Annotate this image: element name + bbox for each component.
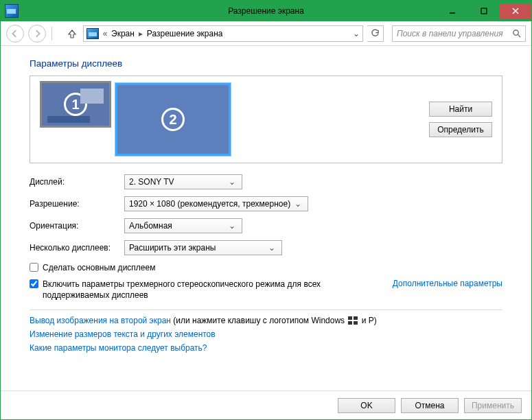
project-suffix-a: (или нажмите клавишу с логотипом Windows — [171, 316, 347, 325]
toolbar: « Экран ▸ Разрешение экрана ⌄ Поиск в па… — [1, 21, 531, 46]
search-input[interactable]: Поиск в панели управления — [392, 25, 526, 42]
apply-button[interactable]: Применить — [464, 398, 522, 413]
monitor-2-number: 2 — [161, 108, 185, 131]
window-title: Разрешение экрана — [1, 6, 531, 16]
make-main-label: Сделать основным дисплеем — [43, 262, 155, 273]
titlebar: Разрешение экрана — [1, 1, 531, 21]
svg-line-5 — [518, 34, 520, 37]
multiple-displays-value: Расширить эти экраны — [129, 243, 216, 253]
orientation-label: Ориентация: — [30, 221, 124, 231]
svg-point-4 — [513, 30, 518, 35]
multiple-displays-label: Несколько дисплеев: — [30, 243, 124, 253]
display-label: Дисплей: — [30, 177, 124, 187]
project-suffix-b: и P) — [359, 316, 376, 325]
stereo-checkbox[interactable] — [30, 279, 38, 288]
identify-button[interactable]: Определить — [429, 122, 492, 137]
orientation-value: Альбомная — [129, 221, 172, 231]
orientation-dropdown[interactable]: Альбомная ⌄ — [124, 218, 242, 233]
multiple-displays-dropdown[interactable]: Расширить эти экраны ⌄ — [124, 240, 282, 255]
up-button[interactable] — [65, 29, 79, 38]
display-icon — [86, 28, 99, 39]
monitor-base — [47, 116, 90, 123]
resolution-value: 1920 × 1080 (рекомендуется, трехмерное) — [129, 199, 290, 209]
separator — [30, 310, 502, 310]
breadcrumb-prefix: « — [102, 29, 108, 38]
text-size-link[interactable]: Изменение размеров текста и других элеме… — [30, 329, 216, 339]
breadcrumb-seg1[interactable]: Экран — [111, 29, 135, 38]
page-title: Параметры дисплеев — [30, 58, 502, 69]
forward-button[interactable] — [28, 25, 46, 43]
stereo-label: Включить параметры трехмерного стереоско… — [43, 279, 331, 301]
windows-logo-icon — [348, 316, 358, 325]
search-icon — [512, 29, 521, 38]
cancel-button[interactable]: Отмена — [401, 398, 459, 413]
breadcrumb[interactable]: « Экран ▸ Разрешение экрана ⌄ — [83, 25, 363, 42]
chevron-down-icon: ⌄ — [227, 177, 238, 187]
resolution-dropdown[interactable]: 1920 × 1080 (рекомендуется, трехмерное) … — [124, 196, 308, 211]
chevron-down-icon[interactable]: ⌄ — [353, 29, 360, 38]
display-value: 2. SONY TV — [129, 177, 174, 187]
dialog-footer: OK Отмена Применить — [1, 390, 531, 419]
search-placeholder: Поиск в панели управления — [397, 29, 508, 38]
advanced-settings-link[interactable]: Дополнительные параметры — [393, 279, 502, 288]
monitor-2[interactable]: 2 — [115, 83, 231, 156]
chevron-down-icon: ⌄ — [227, 221, 238, 231]
ok-button[interactable]: OK — [338, 398, 395, 413]
breadcrumb-seg2[interactable]: Разрешение экрана — [147, 29, 223, 38]
detect-button[interactable]: Найти — [429, 102, 492, 117]
make-main-checkbox[interactable] — [30, 263, 38, 272]
chevron-down-icon: ⌄ — [266, 243, 277, 253]
monitor-grid-icon — [80, 89, 104, 104]
which-settings-link[interactable]: Какие параметры монитора следует выбрать… — [30, 343, 207, 353]
project-link[interactable]: Вывод изображения на второй экран — [30, 316, 171, 325]
back-button[interactable] — [6, 25, 24, 43]
chevron-down-icon: ⌄ — [292, 199, 303, 209]
display-dropdown[interactable]: 2. SONY TV ⌄ — [124, 174, 242, 189]
refresh-button[interactable] — [367, 25, 384, 42]
display-arrangement[interactable]: 1 2 Найти Определить — [30, 75, 502, 163]
monitor-1[interactable]: 1 — [40, 81, 111, 128]
resolution-label: Разрешение: — [30, 199, 124, 209]
chevron-right-icon: ▸ — [137, 29, 144, 38]
